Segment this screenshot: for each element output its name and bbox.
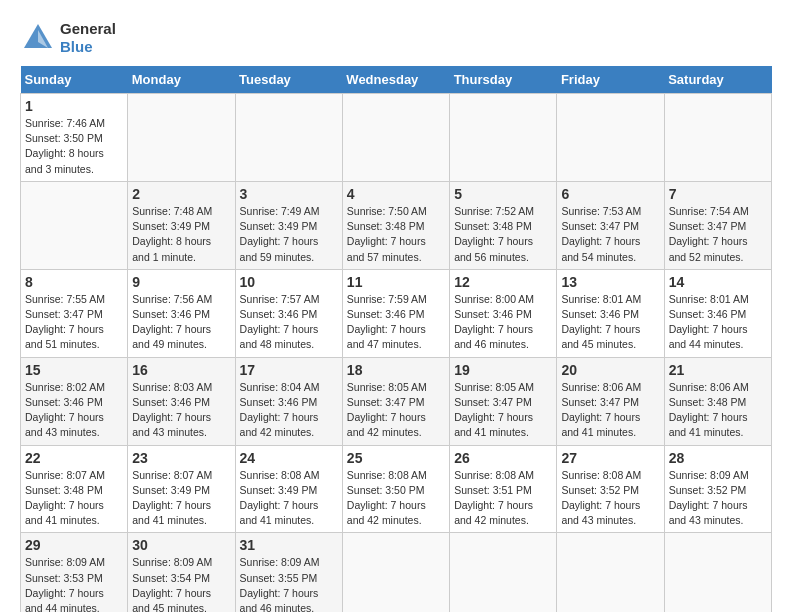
calendar-cell: 19 Sunrise: 8:05 AMSunset: 3:47 PMDaylig…	[450, 357, 557, 445]
calendar-cell: 29 Sunrise: 8:09 AMSunset: 3:53 PMDaylig…	[21, 533, 128, 612]
calendar-cell	[664, 94, 771, 182]
day-info: Sunrise: 7:48 AMSunset: 3:49 PMDaylight:…	[132, 205, 212, 263]
day-number: 23	[132, 450, 230, 466]
calendar-cell: 1 Sunrise: 7:46 AMSunset: 3:50 PMDayligh…	[21, 94, 128, 182]
day-number: 1	[25, 98, 123, 114]
day-header-friday: Friday	[557, 66, 664, 94]
day-number: 18	[347, 362, 445, 378]
logo-icon	[20, 20, 56, 56]
calendar-week-row: 22 Sunrise: 8:07 AMSunset: 3:48 PMDaylig…	[21, 445, 772, 533]
calendar-cell	[342, 94, 449, 182]
calendar-cell: 11 Sunrise: 7:59 AMSunset: 3:46 PMDaylig…	[342, 269, 449, 357]
day-number: 5	[454, 186, 552, 202]
day-number: 10	[240, 274, 338, 290]
day-header-sunday: Sunday	[21, 66, 128, 94]
calendar-cell: 28 Sunrise: 8:09 AMSunset: 3:52 PMDaylig…	[664, 445, 771, 533]
day-info: Sunrise: 7:52 AMSunset: 3:48 PMDaylight:…	[454, 205, 534, 263]
calendar-cell: 5 Sunrise: 7:52 AMSunset: 3:48 PMDayligh…	[450, 181, 557, 269]
calendar-cell	[21, 181, 128, 269]
day-info: Sunrise: 7:46 AMSunset: 3:50 PMDaylight:…	[25, 117, 105, 175]
day-info: Sunrise: 8:08 AMSunset: 3:52 PMDaylight:…	[561, 469, 641, 527]
day-number: 24	[240, 450, 338, 466]
calendar-cell	[235, 94, 342, 182]
calendar-cell	[450, 94, 557, 182]
day-info: Sunrise: 7:56 AMSunset: 3:46 PMDaylight:…	[132, 293, 212, 351]
day-number: 30	[132, 537, 230, 553]
day-number: 2	[132, 186, 230, 202]
day-number: 8	[25, 274, 123, 290]
day-info: Sunrise: 8:04 AMSunset: 3:46 PMDaylight:…	[240, 381, 320, 439]
calendar-cell	[128, 94, 235, 182]
calendar-cell: 9 Sunrise: 7:56 AMSunset: 3:46 PMDayligh…	[128, 269, 235, 357]
day-info: Sunrise: 8:06 AMSunset: 3:48 PMDaylight:…	[669, 381, 749, 439]
day-header-thursday: Thursday	[450, 66, 557, 94]
logo: General Blue	[20, 20, 116, 56]
day-info: Sunrise: 7:57 AMSunset: 3:46 PMDaylight:…	[240, 293, 320, 351]
calendar-week-row: 8 Sunrise: 7:55 AMSunset: 3:47 PMDayligh…	[21, 269, 772, 357]
day-info: Sunrise: 7:54 AMSunset: 3:47 PMDaylight:…	[669, 205, 749, 263]
day-info: Sunrise: 8:08 AMSunset: 3:50 PMDaylight:…	[347, 469, 427, 527]
day-number: 17	[240, 362, 338, 378]
calendar-cell	[557, 94, 664, 182]
calendar-cell	[342, 533, 449, 612]
calendar-cell: 4 Sunrise: 7:50 AMSunset: 3:48 PMDayligh…	[342, 181, 449, 269]
logo-text: General Blue	[60, 20, 116, 55]
calendar-cell: 14 Sunrise: 8:01 AMSunset: 3:46 PMDaylig…	[664, 269, 771, 357]
calendar-week-row: 29 Sunrise: 8:09 AMSunset: 3:53 PMDaylig…	[21, 533, 772, 612]
calendar-cell	[664, 533, 771, 612]
day-number: 19	[454, 362, 552, 378]
day-info: Sunrise: 7:59 AMSunset: 3:46 PMDaylight:…	[347, 293, 427, 351]
day-info: Sunrise: 8:01 AMSunset: 3:46 PMDaylight:…	[561, 293, 641, 351]
day-info: Sunrise: 8:01 AMSunset: 3:46 PMDaylight:…	[669, 293, 749, 351]
calendar-cell: 8 Sunrise: 7:55 AMSunset: 3:47 PMDayligh…	[21, 269, 128, 357]
day-number: 9	[132, 274, 230, 290]
day-info: Sunrise: 8:09 AMSunset: 3:55 PMDaylight:…	[240, 556, 320, 612]
day-info: Sunrise: 8:05 AMSunset: 3:47 PMDaylight:…	[347, 381, 427, 439]
day-number: 26	[454, 450, 552, 466]
calendar-cell: 6 Sunrise: 7:53 AMSunset: 3:47 PMDayligh…	[557, 181, 664, 269]
calendar-table: SundayMondayTuesdayWednesdayThursdayFrid…	[20, 66, 772, 612]
day-number: 4	[347, 186, 445, 202]
day-info: Sunrise: 8:09 AMSunset: 3:54 PMDaylight:…	[132, 556, 212, 612]
day-number: 12	[454, 274, 552, 290]
calendar-cell: 20 Sunrise: 8:06 AMSunset: 3:47 PMDaylig…	[557, 357, 664, 445]
day-number: 20	[561, 362, 659, 378]
day-number: 16	[132, 362, 230, 378]
day-info: Sunrise: 8:07 AMSunset: 3:49 PMDaylight:…	[132, 469, 212, 527]
day-info: Sunrise: 7:55 AMSunset: 3:47 PMDaylight:…	[25, 293, 105, 351]
day-number: 6	[561, 186, 659, 202]
calendar-week-row: 2 Sunrise: 7:48 AMSunset: 3:49 PMDayligh…	[21, 181, 772, 269]
calendar-cell: 21 Sunrise: 8:06 AMSunset: 3:48 PMDaylig…	[664, 357, 771, 445]
day-number: 28	[669, 450, 767, 466]
day-info: Sunrise: 8:02 AMSunset: 3:46 PMDaylight:…	[25, 381, 105, 439]
calendar-cell: 13 Sunrise: 8:01 AMSunset: 3:46 PMDaylig…	[557, 269, 664, 357]
calendar-cell: 18 Sunrise: 8:05 AMSunset: 3:47 PMDaylig…	[342, 357, 449, 445]
calendar-cell: 24 Sunrise: 8:08 AMSunset: 3:49 PMDaylig…	[235, 445, 342, 533]
calendar-week-row: 15 Sunrise: 8:02 AMSunset: 3:46 PMDaylig…	[21, 357, 772, 445]
calendar-cell	[557, 533, 664, 612]
day-number: 15	[25, 362, 123, 378]
calendar-cell	[450, 533, 557, 612]
calendar-cell: 16 Sunrise: 8:03 AMSunset: 3:46 PMDaylig…	[128, 357, 235, 445]
day-header-saturday: Saturday	[664, 66, 771, 94]
calendar-cell: 17 Sunrise: 8:04 AMSunset: 3:46 PMDaylig…	[235, 357, 342, 445]
calendar-cell: 3 Sunrise: 7:49 AMSunset: 3:49 PMDayligh…	[235, 181, 342, 269]
day-header-monday: Monday	[128, 66, 235, 94]
day-number: 31	[240, 537, 338, 553]
day-info: Sunrise: 7:53 AMSunset: 3:47 PMDaylight:…	[561, 205, 641, 263]
day-number: 11	[347, 274, 445, 290]
day-info: Sunrise: 8:03 AMSunset: 3:46 PMDaylight:…	[132, 381, 212, 439]
calendar-cell: 7 Sunrise: 7:54 AMSunset: 3:47 PMDayligh…	[664, 181, 771, 269]
day-info: Sunrise: 8:00 AMSunset: 3:46 PMDaylight:…	[454, 293, 534, 351]
calendar-cell: 26 Sunrise: 8:08 AMSunset: 3:51 PMDaylig…	[450, 445, 557, 533]
calendar-cell: 12 Sunrise: 8:00 AMSunset: 3:46 PMDaylig…	[450, 269, 557, 357]
calendar-cell: 27 Sunrise: 8:08 AMSunset: 3:52 PMDaylig…	[557, 445, 664, 533]
day-info: Sunrise: 8:08 AMSunset: 3:49 PMDaylight:…	[240, 469, 320, 527]
day-number: 14	[669, 274, 767, 290]
calendar-cell: 15 Sunrise: 8:02 AMSunset: 3:46 PMDaylig…	[21, 357, 128, 445]
day-header-tuesday: Tuesday	[235, 66, 342, 94]
day-number: 25	[347, 450, 445, 466]
day-number: 3	[240, 186, 338, 202]
calendar-week-row: 1 Sunrise: 7:46 AMSunset: 3:50 PMDayligh…	[21, 94, 772, 182]
day-number: 22	[25, 450, 123, 466]
